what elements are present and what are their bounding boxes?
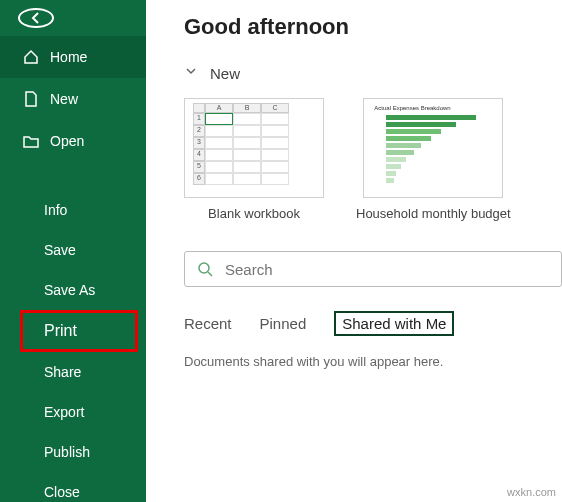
page-title: Good afternoon xyxy=(184,14,562,40)
nav-new-label: New xyxy=(50,91,78,107)
nav-export[interactable]: Export xyxy=(0,392,146,432)
open-icon xyxy=(22,132,40,150)
new-section-label: New xyxy=(210,65,240,82)
back-arrow-icon xyxy=(28,10,44,26)
svg-line-1 xyxy=(208,272,212,276)
template-household-budget[interactable]: Actual Expenses Breakdown Household mont… xyxy=(356,98,511,221)
main-content: Good afternoon New ABC 1 2 3 4 5 6 xyxy=(146,0,562,502)
nav-publish[interactable]: Publish xyxy=(0,432,146,472)
nav-open-label: Open xyxy=(50,133,84,149)
tab-shared-with-me[interactable]: Shared with Me xyxy=(334,311,454,336)
watermark: wxkn.com xyxy=(507,486,556,498)
nav-info[interactable]: Info xyxy=(0,190,146,230)
blank-workbook-thumb: ABC 1 2 3 4 5 6 xyxy=(184,98,324,198)
nav-share[interactable]: Share xyxy=(0,352,146,392)
empty-message: Documents shared with you will appear he… xyxy=(184,354,562,369)
search-bar[interactable] xyxy=(184,251,562,287)
nav-new[interactable]: New xyxy=(0,78,146,120)
nav-open[interactable]: Open xyxy=(0,120,146,162)
tab-pinned[interactable]: Pinned xyxy=(260,315,307,334)
nav-close[interactable]: Close xyxy=(0,472,146,502)
new-section-header[interactable]: New xyxy=(184,64,562,82)
backstage-sidebar: Home New Open Info Save Save As Print Sh… xyxy=(0,0,146,502)
chevron-down-icon xyxy=(184,64,198,82)
nav-print[interactable]: Print xyxy=(20,310,138,352)
template-budget-label: Household monthly budget xyxy=(356,206,511,221)
svg-point-0 xyxy=(199,263,209,273)
nav-secondary-group: Info Save Save As Print Share Export Pub… xyxy=(0,190,146,502)
tab-recent[interactable]: Recent xyxy=(184,315,232,334)
home-icon xyxy=(22,48,40,66)
new-icon xyxy=(22,90,40,108)
template-blank-label: Blank workbook xyxy=(208,206,300,221)
templates-row: ABC 1 2 3 4 5 6 Blank workbook Actual Ex… xyxy=(184,98,562,221)
nav-primary-group: Home New Open xyxy=(0,36,146,162)
template-blank-workbook[interactable]: ABC 1 2 3 4 5 6 Blank workbook xyxy=(184,98,324,221)
search-icon xyxy=(185,261,225,277)
document-tabs: Recent Pinned Shared with Me xyxy=(184,311,562,336)
nav-home-label: Home xyxy=(50,49,87,65)
nav-home[interactable]: Home xyxy=(0,36,146,78)
search-input[interactable] xyxy=(225,261,561,278)
nav-saveas[interactable]: Save As xyxy=(0,270,146,310)
budget-thumb: Actual Expenses Breakdown xyxy=(363,98,503,198)
back-button[interactable] xyxy=(18,8,54,28)
nav-save[interactable]: Save xyxy=(0,230,146,270)
